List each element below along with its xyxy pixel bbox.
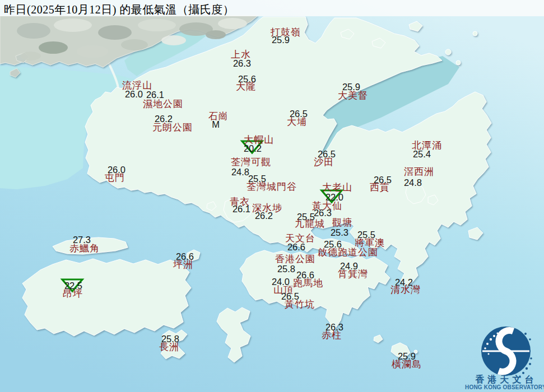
page-title: 昨日(2025年10月12日) 的最低氣溫（攝氏度）	[4, 2, 234, 17]
waglan-islet	[414, 350, 417, 353]
hong-kong-temperature-map: 25.9打鼓嶺26.3上水25.6大隴26.0流浮山26.1濕地公園26.2元朗…	[0, 0, 544, 392]
lantau-island	[22, 259, 191, 336]
hko-logo-name-en: HONG KONG OBSERVATORY	[465, 384, 544, 390]
tap-mun-island	[445, 49, 451, 55]
ne-islet	[473, 31, 477, 36]
ne-islet	[456, 60, 461, 65]
base-map-svg	[0, 0, 544, 392]
